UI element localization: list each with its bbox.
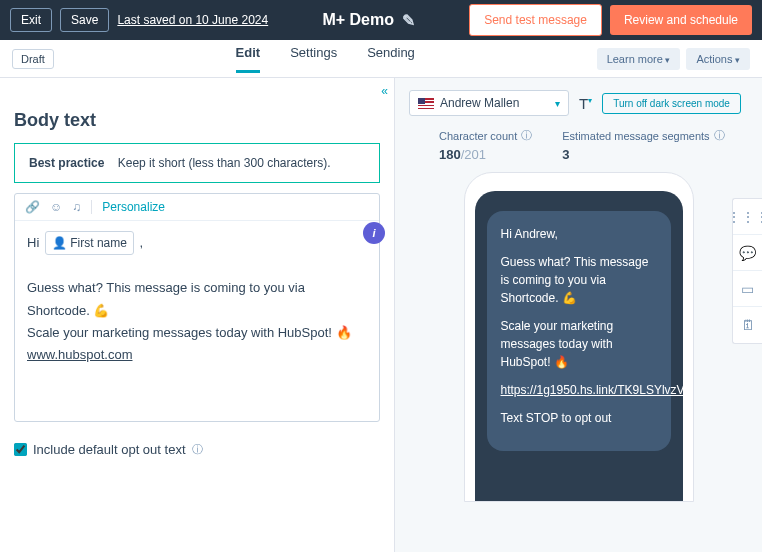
send-test-button[interactable]: Send test message	[469, 4, 602, 36]
bubble-link[interactable]: https://1g1950.hs.link/TK9LSYlvzV	[501, 383, 685, 397]
last-saved-link[interactable]: Last saved on 10 June 2024	[117, 13, 268, 27]
message-editor[interactable]: 🔗 ☺ ♫ Personalize i Hi 👤 First name , Gu…	[14, 193, 380, 422]
actions-dropdown[interactable]: Actions	[686, 48, 750, 70]
body-link[interactable]: www.hubspot.com	[27, 347, 133, 362]
link-icon[interactable]: 🔗	[25, 200, 40, 214]
segments-value: 3	[562, 147, 724, 162]
tab-settings[interactable]: Settings	[290, 45, 337, 73]
us-flag-icon	[418, 98, 434, 109]
char-count-stat: Character count ⓘ 180/201	[439, 128, 532, 162]
body-line1: Guess what? This message is coming to yo…	[27, 280, 305, 317]
segments-label: Estimated message segments	[562, 130, 709, 142]
chat-tool-icon[interactable]: 💬	[733, 235, 762, 271]
section-heading: Body text	[14, 110, 380, 131]
emoji-icon[interactable]: ☺	[50, 200, 62, 214]
best-practice-callout: Best practice Keep it short (less than 3…	[14, 143, 380, 183]
status-badge: Draft	[12, 49, 54, 69]
edit-title-icon[interactable]: ✎	[402, 11, 415, 30]
bubble-greeting: Hi Andrew,	[501, 225, 657, 243]
optout-label: Include default opt out text	[33, 442, 186, 457]
bubble-line1: Guess what? This message is coming to yo…	[501, 253, 657, 307]
personalize-button[interactable]: Personalize	[91, 200, 165, 214]
segments-stat: Estimated message segments ⓘ 3	[562, 128, 724, 162]
greeting-text: Hi	[27, 235, 39, 250]
collapse-panel-icon[interactable]: «	[381, 84, 388, 98]
phone-screen: Hi Andrew, Guess what? This message is c…	[475, 191, 683, 501]
grid-tool-icon[interactable]: ⋮⋮⋮	[733, 199, 762, 235]
dark-mode-toggle[interactable]: Turn off dark screen mode	[602, 93, 741, 114]
bubble-line2: Scale your marketing messages today with…	[501, 317, 657, 371]
preview-contact-select[interactable]: Andrew Mallen ▾	[409, 90, 569, 116]
side-toolbar: ⋮⋮⋮ 💬 ▭ 🗓	[732, 198, 762, 344]
chevron-down-icon: ▾	[555, 98, 560, 109]
info-bubble-icon[interactable]: i	[363, 222, 385, 244]
char-count-max: /201	[461, 147, 486, 162]
token-label: First name	[70, 233, 127, 253]
tab-sending[interactable]: Sending	[367, 45, 415, 73]
person-icon: 👤	[52, 233, 67, 253]
phone-preview: Hi Andrew, Guess what? This message is c…	[464, 172, 694, 502]
comma-text: ,	[140, 235, 144, 250]
best-practice-text: Keep it short (less than 300 characters)…	[118, 156, 331, 170]
help-icon[interactable]: ⓘ	[714, 128, 725, 143]
char-count-current: 180	[439, 147, 461, 162]
window-tool-icon[interactable]: ▭	[733, 271, 762, 307]
text-size-icon[interactable]: T▾	[579, 95, 592, 112]
snippet-icon[interactable]: ♫	[72, 200, 81, 214]
save-button[interactable]: Save	[60, 8, 109, 32]
help-icon[interactable]: ⓘ	[521, 128, 532, 143]
body-line2: Scale your marketing messages today with…	[27, 325, 352, 340]
char-count-label: Character count	[439, 130, 517, 142]
contact-name: Andrew Mallen	[440, 96, 519, 110]
tab-edit[interactable]: Edit	[236, 45, 261, 73]
calendar-tool-icon[interactable]: 🗓	[733, 307, 762, 343]
exit-button[interactable]: Exit	[10, 8, 52, 32]
page-title: M+ Demo	[322, 11, 394, 29]
message-bubble: Hi Andrew, Guess what? This message is c…	[487, 211, 671, 451]
help-icon[interactable]: ⓘ	[192, 442, 203, 457]
review-schedule-button[interactable]: Review and schedule	[610, 5, 752, 35]
firstname-token[interactable]: 👤 First name	[45, 231, 134, 255]
optout-row[interactable]: Include default opt out text ⓘ	[14, 442, 380, 457]
learn-more-dropdown[interactable]: Learn more	[597, 48, 681, 70]
editor-body[interactable]: Hi 👤 First name , Guess what? This messa…	[15, 221, 379, 421]
bubble-optout: Text STOP to opt out	[501, 409, 657, 427]
best-practice-label: Best practice	[29, 156, 104, 170]
optout-checkbox[interactable]	[14, 443, 27, 456]
